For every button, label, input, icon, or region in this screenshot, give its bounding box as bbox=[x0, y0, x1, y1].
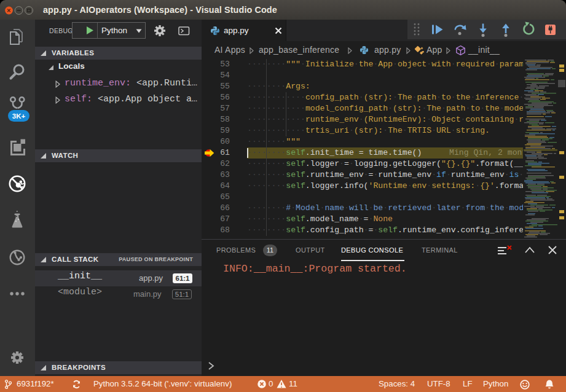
svg-text:3K+: 3K+ bbox=[12, 112, 26, 120]
